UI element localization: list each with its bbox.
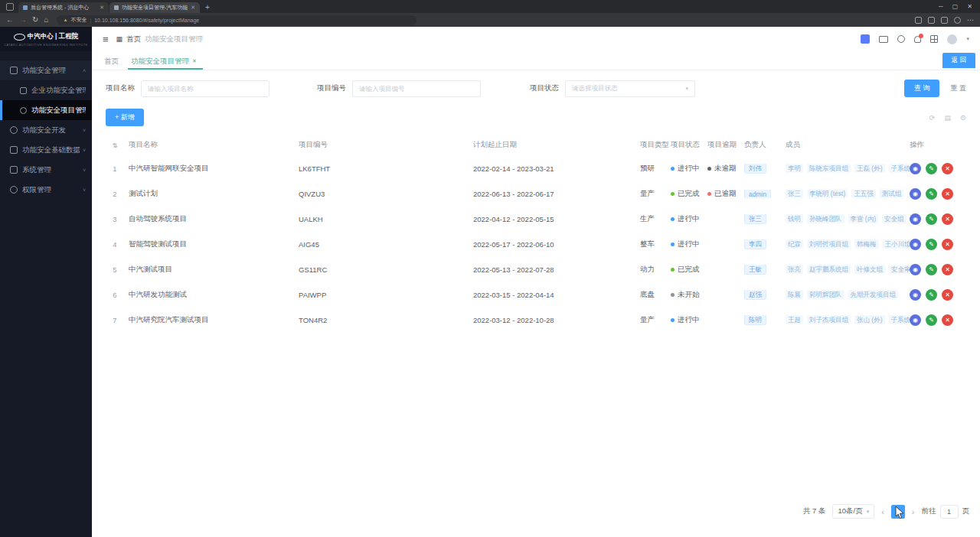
- tag-close-icon[interactable]: ✕: [192, 58, 197, 64]
- view-button[interactable]: ◉: [910, 239, 921, 250]
- sidebar-item-system-management[interactable]: 系统管理 ˅: [0, 160, 92, 180]
- favorites-icon[interactable]: [928, 17, 935, 24]
- home-grid-icon: ▦: [116, 35, 123, 43]
- member-chip: 张山 (外): [854, 315, 885, 324]
- edit-button[interactable]: ✎: [926, 163, 937, 174]
- view-button[interactable]: ◉: [910, 163, 921, 174]
- column-settings-icon[interactable]: ⚙: [960, 114, 966, 122]
- app-shortcut-icon[interactable]: [861, 34, 870, 44]
- sort-icon[interactable]: ⇅: [113, 142, 118, 149]
- sidebar-item-safety-management[interactable]: 功能安全管理 ˄: [0, 60, 92, 80]
- browser-tab-1[interactable]: 后台管理系统 - 消息中心 ✕: [18, 2, 109, 13]
- back-button[interactable]: 返 回: [942, 53, 975, 68]
- tab2-close-icon[interactable]: ✕: [191, 5, 195, 11]
- new-tab-button[interactable]: +: [205, 3, 210, 11]
- project-code-input[interactable]: [352, 80, 481, 97]
- tab1-close-icon[interactable]: ✕: [100, 5, 104, 11]
- project-code: GS11RC: [299, 265, 473, 274]
- fullscreen-icon[interactable]: [930, 35, 938, 43]
- prev-page-button[interactable]: ‹: [881, 507, 884, 516]
- back-icon[interactable]: ←: [6, 16, 14, 24]
- browser-tab-2[interactable]: 功能安全项目管理-汽车功能安全平台 ✕: [109, 2, 200, 13]
- delete-button[interactable]: ✕: [942, 213, 953, 225]
- project-name-input[interactable]: [141, 80, 270, 97]
- refresh-icon[interactable]: ↻: [32, 16, 38, 24]
- address-bar[interactable]: ▲ 不安全 | 10.10.108.156:8080/#/safety/proj…: [57, 15, 416, 25]
- collections-icon[interactable]: [941, 17, 948, 24]
- refresh-icon[interactable]: ⟳: [929, 114, 936, 122]
- project-code: UALKH: [299, 215, 473, 223]
- view-button[interactable]: ◉: [910, 314, 921, 326]
- tag-home[interactable]: 首页: [104, 55, 119, 67]
- next-page-button[interactable]: ›: [912, 507, 915, 516]
- bell-icon[interactable]: [914, 36, 921, 43]
- language-icon[interactable]: [897, 35, 905, 43]
- minimize-button[interactable]: ─: [939, 3, 943, 10]
- edit-button[interactable]: ✎: [926, 188, 937, 200]
- reset-button[interactable]: 重 置: [950, 83, 966, 93]
- project-name-link[interactable]: 中汽研智能网联安全项目: [129, 164, 299, 174]
- project-name-link[interactable]: 中汽研究院汽车测试项目: [129, 315, 299, 325]
- page-1-button[interactable]: 1: [891, 505, 905, 519]
- sidebar-item-enterprise-safety[interactable]: 企业功能安全管理: [0, 80, 92, 100]
- tag-active[interactable]: 功能安全项目管理 ✕: [131, 51, 197, 70]
- avatar[interactable]: [947, 34, 957, 44]
- edit-button[interactable]: ✎: [926, 264, 937, 275]
- row-index: 5: [106, 265, 129, 274]
- project-owner: 王敏: [744, 265, 786, 275]
- delete-button[interactable]: ✕: [942, 264, 953, 275]
- screen-icon[interactable]: [879, 36, 888, 43]
- project-status-select[interactable]: 请选择项目状态 ▾: [565, 80, 695, 97]
- member-chip: 陈晓东项目组: [807, 164, 851, 173]
- goto-page: 前往 1 页: [922, 505, 970, 519]
- sidebar-menu: 功能安全管理 ˄ 企业功能安全管理 功能安全项目管理 功能安全开发 ˅: [0, 51, 92, 200]
- breadcrumb-home[interactable]: 首页: [126, 34, 141, 44]
- view-button[interactable]: ◉: [910, 188, 921, 200]
- view-button[interactable]: ◉: [910, 213, 921, 225]
- avatar-caret-icon[interactable]: ▾: [966, 36, 969, 42]
- delete-button[interactable]: ✕: [942, 314, 953, 326]
- delete-button[interactable]: ✕: [942, 289, 953, 301]
- project-dates: 2022-02-14 - 2023-03-21: [473, 164, 640, 173]
- goto-page-input[interactable]: 1: [940, 505, 959, 519]
- project-owner: 陈明: [744, 315, 786, 325]
- col-type: 项目类型: [640, 140, 671, 150]
- delete-button[interactable]: ✕: [942, 239, 953, 250]
- delete-button[interactable]: ✕: [942, 163, 953, 174]
- project-name-link[interactable]: 自动驾驶系统项目: [129, 214, 299, 224]
- project-name-link[interactable]: 中汽研发功能测试: [129, 290, 299, 300]
- member-chip: 叶修文组: [854, 265, 885, 274]
- profile-avatar-icon[interactable]: [954, 17, 961, 24]
- split-screen-icon[interactable]: [915, 17, 922, 24]
- project-name-link[interactable]: 智能驾驶测试项目: [129, 239, 299, 249]
- sidebar-item-permission-management[interactable]: 权限管理 ˅: [0, 180, 92, 200]
- edit-button[interactable]: ✎: [926, 239, 937, 250]
- browser-menu-icon[interactable]: ⋯: [967, 16, 974, 24]
- add-button[interactable]: + 新增: [106, 109, 144, 126]
- maximize-button[interactable]: ▢: [952, 3, 959, 10]
- edit-button[interactable]: ✎: [926, 314, 937, 326]
- forward-icon[interactable]: →: [19, 16, 27, 24]
- hamburger-icon[interactable]: ≡: [103, 34, 109, 45]
- page-size-select[interactable]: 10条/页 ▾: [832, 504, 874, 519]
- project-name-link[interactable]: 中汽测试项目: [129, 265, 299, 275]
- home-icon[interactable]: ⌂: [44, 16, 48, 24]
- edit-button[interactable]: ✎: [926, 289, 937, 301]
- project-dates: 2022-03-12 - 2022-10-28: [473, 316, 640, 324]
- view-button[interactable]: ◉: [910, 289, 921, 301]
- sidebar-item-safety-base-data[interactable]: 功能安全基础数据 ˅: [0, 140, 92, 160]
- row-actions: ◉✎✕: [910, 289, 966, 301]
- tab-overview-icon[interactable]: [6, 3, 14, 11]
- sidebar-item-project-management[interactable]: 功能安全项目管理: [0, 100, 92, 120]
- status-dot: [671, 268, 675, 272]
- density-icon[interactable]: ▤: [944, 114, 951, 122]
- close-button[interactable]: ✕: [967, 3, 972, 10]
- col-dates: 计划起止日期: [473, 140, 640, 150]
- view-button[interactable]: ◉: [910, 264, 921, 275]
- search-button[interactable]: 查 询: [904, 80, 940, 97]
- sidebar-item-safety-development[interactable]: 功能安全开发 ˅: [0, 120, 92, 140]
- delete-button[interactable]: ✕: [942, 188, 953, 200]
- edit-button[interactable]: ✎: [926, 213, 937, 225]
- project-name-link[interactable]: 测试计划: [129, 189, 299, 199]
- sidebar-item-label: 系统管理: [22, 165, 51, 175]
